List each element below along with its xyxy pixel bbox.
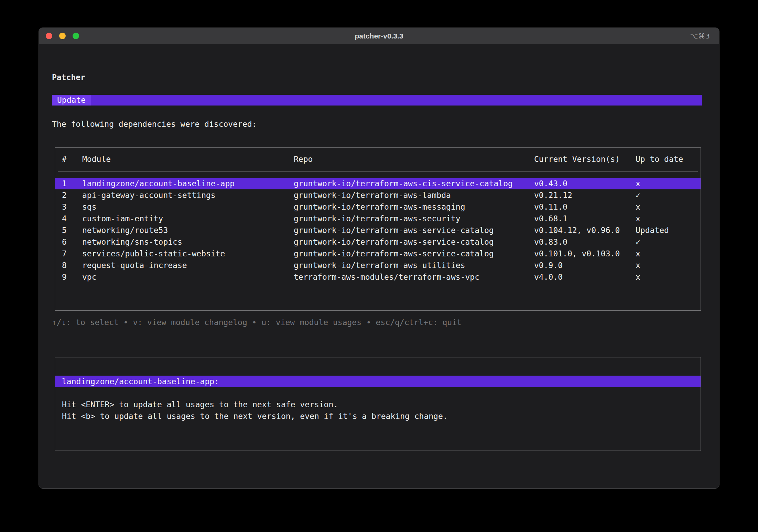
cell-num: 1	[62, 178, 82, 189]
cell-version: v0.21.12	[534, 189, 636, 201]
tab-bar: Update	[52, 95, 702, 106]
cell-version: v0.83.0	[534, 236, 636, 248]
cell-num: 2	[62, 189, 82, 201]
detail-line-breaking: Hit <b> to update all usages to the next…	[55, 410, 701, 422]
table-row[interactable]: 6networking/sns-topicsgruntwork-io/terra…	[55, 236, 701, 248]
table-row[interactable]: 5networking/route53gruntwork-io/terrafor…	[55, 224, 701, 236]
cell-status-x: x	[636, 259, 701, 271]
cell-num: 7	[62, 248, 82, 259]
table-row[interactable]: 1landingzone/account-baseline-appgruntwo…	[55, 178, 701, 189]
window-title: patcher-v0.3.3	[39, 32, 719, 40]
cell-repo: gruntwork-io/terraform-aws-cis-service-c…	[294, 178, 534, 189]
cell-status-check: ✓	[636, 189, 701, 201]
cell-num: 3	[62, 201, 82, 213]
cell-repo: terraform-aws-modules/terraform-aws-vpc	[294, 271, 534, 283]
detail-line-enter: Hit <ENTER> to update all usages to the …	[55, 399, 701, 410]
cell-num: 4	[62, 213, 82, 224]
traffic-lights	[39, 33, 79, 39]
help-bar: ↑/↓: to select • v: view module changelo…	[52, 317, 462, 328]
cell-num: 6	[62, 236, 82, 248]
dependencies-table: # Module Repo Current Version(s) Up to d…	[55, 147, 701, 311]
cell-repo: gruntwork-io/terraform-aws-service-catal…	[294, 224, 534, 236]
cell-repo: gruntwork-io/terraform-aws-utilities	[294, 259, 534, 271]
cell-version: v0.43.0	[534, 178, 636, 189]
header-repo: Repo	[294, 153, 534, 165]
cell-module: request-quota-increase	[82, 259, 294, 271]
table-row[interactable]: 2api-gateway-account-settingsgruntwork-i…	[55, 189, 701, 201]
cell-repo: gruntwork-io/terraform-aws-security	[294, 213, 534, 224]
cell-status-x: x	[636, 201, 701, 213]
cell-module: networking/sns-topics	[82, 236, 294, 248]
app-heading: Patcher	[52, 71, 85, 83]
cell-version: v0.104.12, v0.96.0	[534, 224, 636, 236]
window-shortcut-badge: ⌥⌘3	[690, 32, 710, 40]
tab-update[interactable]: Update	[52, 95, 91, 106]
cell-module: services/public-static-website	[82, 248, 294, 259]
cell-repo: gruntwork-io/terraform-aws-messaging	[294, 201, 534, 213]
table-row[interactable]: 7services/public-static-websitegruntwork…	[55, 248, 701, 259]
selected-module-bar: landingzone/account-baseline-app:	[55, 376, 701, 387]
cell-module: landingzone/account-baseline-app	[82, 178, 294, 189]
minimize-button[interactable]	[59, 33, 66, 39]
titlebar[interactable]: patcher-v0.3.3 ⌥⌘3	[39, 28, 719, 44]
cell-repo: gruntwork-io/terraform-aws-lambda	[294, 189, 534, 201]
cell-module: networking/route53	[82, 224, 294, 236]
cell-num: 9	[62, 271, 82, 283]
table-row[interactable]: 8request-quota-increasegruntwork-io/terr…	[55, 259, 701, 271]
cell-module: vpc	[82, 271, 294, 283]
cell-repo: gruntwork-io/terraform-aws-service-catal…	[294, 236, 534, 248]
cell-status-x: x	[636, 271, 701, 283]
intro-text: The following dependencies were discover…	[52, 118, 257, 130]
table-header-row: # Module Repo Current Version(s) Up to d…	[55, 153, 701, 165]
cell-module: custom-iam-entity	[82, 213, 294, 224]
table-body: 1landingzone/account-baseline-appgruntwo…	[55, 178, 701, 283]
cell-module: api-gateway-account-settings	[82, 189, 294, 201]
table-row[interactable]: 4custom-iam-entitygruntwork-io/terraform…	[55, 213, 701, 224]
cell-version: v0.11.0	[534, 201, 636, 213]
cell-version: v0.68.1	[534, 213, 636, 224]
cell-status-x: x	[636, 178, 701, 189]
cell-version: v0.9.0	[534, 259, 636, 271]
cell-status-check: ✓	[636, 236, 701, 248]
header-status: Up to date	[636, 153, 701, 165]
close-button[interactable]	[46, 33, 52, 39]
terminal-window: patcher-v0.3.3 ⌥⌘3 Patcher Update The fo…	[39, 27, 719, 489]
header-divider	[58, 171, 698, 171]
cell-version: v0.101.0, v0.103.0	[534, 248, 636, 259]
cell-status-x: x	[636, 213, 701, 224]
table-row[interactable]: 9vpcterraform-aws-modules/terraform-aws-…	[55, 271, 701, 283]
header-version: Current Version(s)	[534, 153, 636, 165]
cell-status-text: Updated	[636, 224, 701, 236]
cell-module: sqs	[82, 201, 294, 213]
table-row[interactable]: 3sqsgruntwork-io/terraform-aws-messaging…	[55, 201, 701, 213]
cell-version: v4.0.0	[534, 271, 636, 283]
header-num: #	[62, 153, 82, 165]
header-module: Module	[82, 153, 294, 165]
cell-status-x: x	[636, 248, 701, 259]
cell-num: 5	[62, 224, 82, 236]
detail-panel: landingzone/account-baseline-app: Hit <E…	[55, 357, 701, 451]
cell-repo: gruntwork-io/terraform-aws-service-catal…	[294, 248, 534, 259]
zoom-button[interactable]	[73, 33, 79, 39]
cell-num: 8	[62, 259, 82, 271]
